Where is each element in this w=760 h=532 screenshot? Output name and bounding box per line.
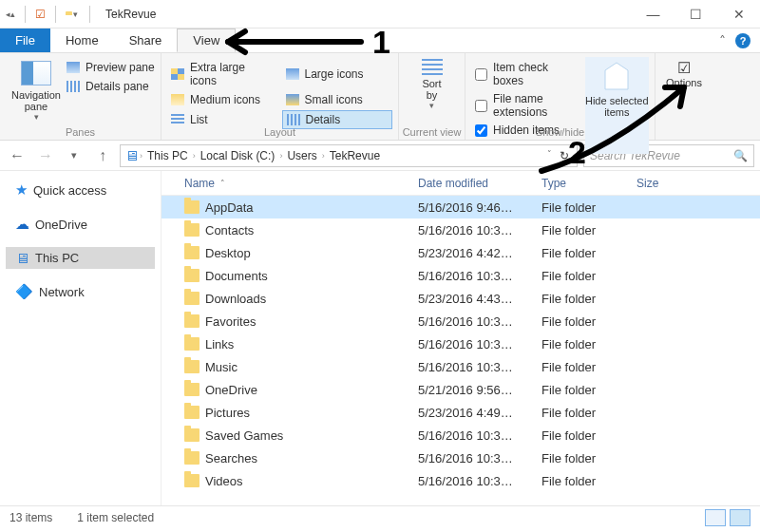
group-label-panes: Panes xyxy=(0,126,161,138)
collapse-ribbon-icon[interactable]: ˄ xyxy=(719,33,726,48)
close-button[interactable]: ✕ xyxy=(717,0,760,28)
layout-medium-icons[interactable]: Medium icons xyxy=(167,91,278,108)
folder-icon xyxy=(184,292,200,305)
file-date: 5/23/2016 4:43… xyxy=(418,292,542,306)
tree-label: Quick access xyxy=(33,183,106,198)
minimize-button[interactable]: — xyxy=(632,0,674,28)
column-date[interactable]: Date modified xyxy=(418,177,542,190)
sort-indicator-icon: ˄ xyxy=(220,179,225,188)
ribbon-tabs: File Home Share View ˄ ? xyxy=(0,28,760,53)
item-check-boxes-toggle[interactable]: Item check boxes xyxy=(475,61,581,87)
hide-selected-icon xyxy=(601,61,632,95)
medium-icon xyxy=(171,94,184,105)
file-name: Pictures xyxy=(205,406,250,420)
cloud-icon: ☁ xyxy=(15,216,29,233)
hide-selected-items-button[interactable]: Hide selected items xyxy=(585,57,649,154)
tab-home[interactable]: Home xyxy=(50,28,114,52)
folder-icon xyxy=(184,269,200,282)
quick-access-arrow-icon[interactable]: ◂▴ xyxy=(6,10,15,19)
crumb-tekrevue[interactable]: TekRevue xyxy=(326,149,384,162)
details-pane-button[interactable]: Details pane xyxy=(66,80,155,93)
tab-view[interactable]: View xyxy=(177,28,236,52)
list-icon xyxy=(171,114,184,125)
file-date: 5/16/2016 10:3… xyxy=(418,269,542,283)
preview-pane-button[interactable]: Preview pane xyxy=(66,61,155,74)
file-date: 5/16/2016 10:3… xyxy=(418,428,542,443)
item-check-boxes-checkbox[interactable] xyxy=(475,68,487,81)
layout-extra-large-icons[interactable]: Extra large icons xyxy=(167,59,278,89)
crumb-this-pc[interactable]: This PC xyxy=(143,149,192,162)
file-date: 5/23/2016 4:49… xyxy=(418,406,542,420)
view-details-button[interactable] xyxy=(705,509,726,526)
file-row-links[interactable]: Links5/16/2016 10:3…File folder xyxy=(162,332,760,355)
file-row-appdata[interactable]: AppData5/16/2016 9:46…File folder xyxy=(162,196,760,218)
file-row-saved-games[interactable]: Saved Games5/16/2016 10:3…File folder xyxy=(162,424,760,446)
file-name: OneDrive xyxy=(205,383,257,397)
file-row-documents[interactable]: Documents5/16/2016 10:3…File folder xyxy=(162,264,760,287)
file-date: 5/16/2016 10:3… xyxy=(418,223,542,238)
file-row-desktop[interactable]: Desktop5/23/2016 4:42…File folder xyxy=(162,241,760,264)
back-button[interactable]: ← xyxy=(6,144,28,167)
overflow-icon[interactable]: ▾ xyxy=(71,10,80,19)
file-type: File folder xyxy=(542,246,636,260)
maximize-button[interactable]: ☐ xyxy=(674,0,717,28)
file-row-onedrive[interactable]: OneDrive5/21/2016 9:56…File folder xyxy=(162,378,760,401)
file-row-videos[interactable]: Videos5/16/2016 10:3…File folder xyxy=(162,469,760,492)
file-row-downloads[interactable]: Downloads5/23/2016 4:43…File folder xyxy=(162,287,760,310)
checkbox-indicator-icon[interactable]: ☑ xyxy=(35,8,46,21)
file-type: File folder xyxy=(542,474,636,488)
file-type: File folder xyxy=(542,383,636,397)
up-button[interactable]: ↑ xyxy=(91,144,114,167)
tree-item-quick-access[interactable]: ★Quick access xyxy=(6,179,155,201)
file-name-extensions-toggle[interactable]: File name extensions xyxy=(475,92,581,119)
file-date: 5/21/2016 9:56… xyxy=(418,383,542,397)
sort-by-button[interactable]: Sort by ▾ xyxy=(422,59,443,110)
options-button[interactable]: ☑ Options ▾ xyxy=(666,59,702,98)
file-date: 5/16/2016 10:3… xyxy=(418,451,542,466)
status-selected-count: 1 item selected xyxy=(77,511,154,524)
tab-file[interactable]: File xyxy=(0,28,50,52)
forward-button[interactable]: → xyxy=(34,144,57,167)
file-name: Downloads xyxy=(205,292,266,306)
column-type[interactable]: Type xyxy=(542,177,636,190)
navigation-pane-icon xyxy=(21,61,51,86)
tab-share[interactable]: Share xyxy=(114,28,178,52)
file-row-music[interactable]: Music5/16/2016 10:3…File folder xyxy=(162,355,760,378)
tree-label: OneDrive xyxy=(35,218,87,232)
file-name: Links xyxy=(205,337,234,352)
file-name: Favorites xyxy=(205,314,256,329)
net-icon: 🔷 xyxy=(15,283,33,300)
file-date: 5/16/2016 9:46… xyxy=(418,200,542,215)
file-type: File folder xyxy=(542,314,636,329)
crumb-local-disk[interactable]: Local Disk (C:) xyxy=(197,149,279,162)
file-row-favorites[interactable]: Favorites5/16/2016 10:3…File folder xyxy=(162,310,760,332)
help-icon[interactable]: ? xyxy=(735,33,750,48)
crumb-users[interactable]: Users xyxy=(283,149,320,162)
file-row-searches[interactable]: Searches5/16/2016 10:3…File folder xyxy=(162,446,760,469)
file-row-contacts[interactable]: Contacts5/16/2016 10:3…File folder xyxy=(162,218,760,241)
file-name-extensions-checkbox[interactable] xyxy=(475,100,487,112)
search-icon[interactable]: 🔍 xyxy=(733,149,748,162)
layout-small-icons[interactable]: Small icons xyxy=(282,91,393,108)
view-thumbnails-button[interactable] xyxy=(730,509,750,526)
folder-icon xyxy=(184,337,200,351)
layout-large-icons[interactable]: Large icons xyxy=(282,59,393,89)
column-size[interactable]: Size xyxy=(636,177,694,190)
file-type: File folder xyxy=(542,269,636,283)
pc-icon: 🖥 xyxy=(124,147,139,163)
preview-pane-icon xyxy=(66,62,80,73)
file-date: 5/16/2016 10:3… xyxy=(418,337,542,352)
file-date: 5/16/2016 10:3… xyxy=(418,314,542,329)
file-type: File folder xyxy=(542,223,636,238)
small-icon xyxy=(286,94,299,105)
file-type: File folder xyxy=(542,200,636,215)
file-row-pictures[interactable]: Pictures5/23/2016 4:49…File folder xyxy=(162,401,760,424)
tree-item-network[interactable]: 🔷Network xyxy=(6,280,155,303)
recent-locations-button[interactable]: ▾ xyxy=(63,144,86,167)
tree-label: Network xyxy=(39,285,85,299)
file-name: Videos xyxy=(205,474,243,488)
group-label-current-view: Current view xyxy=(399,126,465,138)
tree-item-onedrive[interactable]: ☁OneDrive xyxy=(6,213,155,236)
column-name[interactable]: Name˄ xyxy=(162,177,418,190)
tree-item-this-pc[interactable]: 🖥This PC xyxy=(6,247,155,269)
